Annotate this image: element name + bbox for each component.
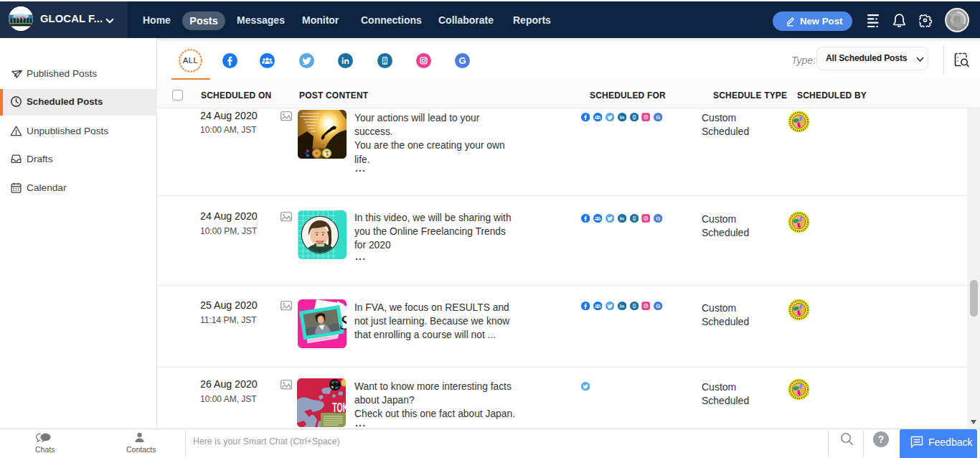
svg-text:TOKYO: TOKYO: [332, 400, 346, 415]
svg-text:S: S: [340, 311, 347, 334]
